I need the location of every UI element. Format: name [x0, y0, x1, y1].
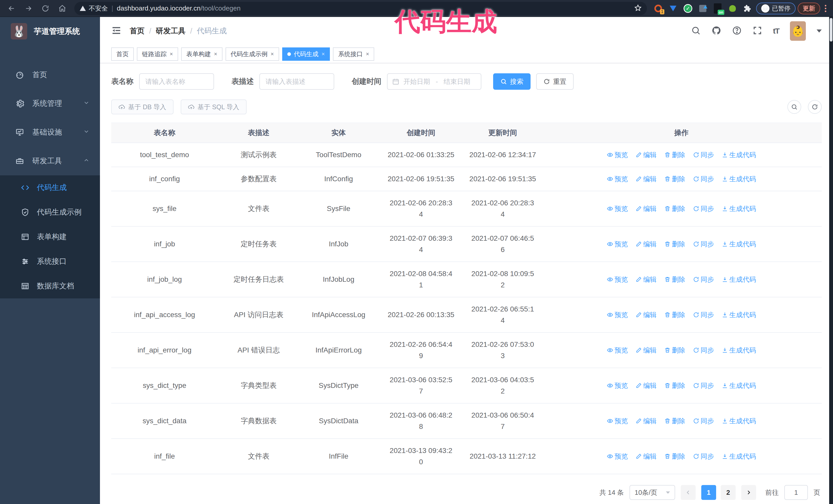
security-warning[interactable]: 不安全 [79, 4, 108, 13]
action-sync[interactable]: 同步 [693, 149, 714, 161]
action-download[interactable]: 生成代码 [722, 238, 756, 250]
breadcrumb-item[interactable]: 首页 [130, 26, 145, 36]
action-trash[interactable]: 删除 [664, 344, 685, 356]
action-download[interactable]: 生成代码 [722, 309, 756, 320]
action-edit[interactable]: 编辑 [636, 203, 657, 214]
action-trash[interactable]: 删除 [664, 380, 685, 391]
action-sync[interactable]: 同步 [693, 380, 714, 391]
action-edit[interactable]: 编辑 [636, 274, 657, 285]
action-download[interactable]: 生成代码 [722, 274, 756, 285]
page-button-2[interactable]: 2 [721, 485, 736, 500]
sidebar-item-system[interactable]: 系统管理 [0, 89, 100, 118]
action-sync[interactable]: 同步 [693, 203, 714, 214]
extension-puzzle-icon[interactable] [743, 4, 752, 13]
next-page-button[interactable] [741, 485, 756, 500]
tab-close-icon[interactable]: × [366, 51, 369, 57]
tab-5[interactable]: 系统接口× [333, 47, 374, 61]
reset-button[interactable]: 重置 [536, 73, 574, 90]
action-download[interactable]: 生成代码 [722, 149, 756, 161]
prev-page-button[interactable] [681, 485, 696, 500]
browser-menu-icon[interactable] [822, 5, 829, 12]
action-trash[interactable]: 删除 [664, 451, 685, 462]
import-sql-button[interactable]: 基于 SQL 导入 [181, 99, 246, 114]
toggle-search-button[interactable] [787, 100, 801, 114]
extension-key-icon[interactable] [728, 4, 737, 13]
app-logo-row[interactable]: 🐰 芋道管理系统 [0, 17, 100, 46]
action-eye[interactable]: 预览 [607, 309, 628, 320]
action-sync[interactable]: 同步 [693, 238, 714, 250]
action-download[interactable]: 生成代码 [722, 173, 756, 185]
action-edit[interactable]: 编辑 [636, 238, 657, 250]
action-trash[interactable]: 删除 [664, 238, 685, 250]
action-edit[interactable]: 编辑 [636, 173, 657, 185]
scrollbar-thumb[interactable] [830, 18, 832, 42]
action-eye[interactable]: 预览 [607, 173, 628, 185]
github-icon[interactable] [712, 26, 721, 37]
url-bar[interactable]: 不安全 | dashboard.yudao.iocoder.cn/tool/co… [74, 2, 647, 15]
font-size-icon[interactable]: tT [773, 27, 779, 35]
extension-orange-icon[interactable]: 1 [653, 4, 663, 13]
page-size-select[interactable]: 10条/页 [629, 485, 675, 500]
tab-4[interactable]: 代码生成× [282, 47, 330, 61]
tab-close-icon[interactable]: × [271, 51, 274, 57]
table-name-input[interactable]: 请输入表名称 [139, 73, 214, 90]
home-icon[interactable] [55, 2, 70, 15]
page-button-1[interactable]: 1 [701, 485, 716, 500]
extension-on-icon[interactable]: on [713, 4, 722, 13]
action-edit[interactable]: 编辑 [636, 344, 657, 356]
user-avatar[interactable]: 👶 [790, 21, 806, 41]
extension-check-icon[interactable]: ✓ [683, 4, 693, 13]
window-scrollbar[interactable] [829, 17, 833, 504]
avatar-caret-icon[interactable] [816, 29, 822, 32]
submenu-item-2[interactable]: 表单构建 [0, 224, 100, 249]
action-eye[interactable]: 预览 [607, 380, 628, 391]
tab-close-icon[interactable]: × [214, 51, 217, 57]
action-eye[interactable]: 预览 [607, 344, 628, 356]
action-trash[interactable]: 删除 [664, 309, 685, 320]
action-edit[interactable]: 编辑 [636, 451, 657, 462]
action-sync[interactable]: 同步 [693, 344, 714, 356]
action-eye[interactable]: 预览 [607, 203, 628, 214]
action-eye[interactable]: 预览 [607, 451, 628, 462]
action-trash[interactable]: 删除 [664, 415, 685, 427]
action-sync[interactable]: 同步 [693, 451, 714, 462]
submenu-item-3[interactable]: 系统接口 [0, 249, 100, 274]
sidebar-item-devtools[interactable]: 研发工具 [0, 147, 100, 175]
import-db-button[interactable]: 基于 DB 导入 [111, 99, 173, 114]
extension-gem-icon[interactable] [668, 4, 678, 13]
action-sync[interactable]: 同步 [693, 274, 714, 285]
bookmark-star-icon[interactable] [634, 4, 642, 13]
help-icon[interactable] [732, 26, 742, 37]
browser-update-button[interactable]: 更新 [798, 3, 820, 14]
action-eye[interactable]: 预览 [607, 274, 628, 285]
action-sync[interactable]: 同步 [693, 309, 714, 320]
action-download[interactable]: 生成代码 [722, 344, 756, 356]
tab-2[interactable]: 表单构建× [181, 47, 222, 61]
sidebar-item-home[interactable]: 首页 [0, 61, 100, 89]
tab-close-icon[interactable]: × [170, 51, 173, 57]
action-edit[interactable]: 编辑 [636, 309, 657, 320]
hamburger-icon[interactable] [111, 25, 121, 37]
goto-page-input[interactable]: 1 [784, 485, 808, 500]
forward-icon[interactable] [21, 2, 36, 15]
action-eye[interactable]: 预览 [607, 149, 628, 161]
action-edit[interactable]: 编辑 [636, 415, 657, 427]
date-range-picker[interactable]: 开始日期 - 结束日期 [387, 73, 481, 90]
tab-1[interactable]: 链路追踪× [137, 47, 178, 61]
reload-icon[interactable] [38, 2, 53, 15]
action-sync[interactable]: 同步 [693, 173, 714, 185]
action-trash[interactable]: 删除 [664, 274, 685, 285]
action-download[interactable]: 生成代码 [722, 203, 756, 214]
back-icon[interactable] [4, 2, 19, 15]
tab-3[interactable]: 代码生成示例× [225, 47, 279, 61]
fullscreen-icon[interactable] [753, 26, 762, 37]
action-edit[interactable]: 编辑 [636, 380, 657, 391]
search-button[interactable]: 搜索 [493, 73, 530, 90]
submenu-item-0[interactable]: 代码生成 [0, 175, 100, 200]
action-sync[interactable]: 同步 [693, 415, 714, 427]
header-search-icon[interactable] [691, 26, 701, 37]
action-download[interactable]: 生成代码 [722, 415, 756, 427]
action-trash[interactable]: 删除 [664, 203, 685, 214]
submenu-item-4[interactable]: 数据库文档 [0, 274, 100, 298]
tab-0[interactable]: 首页 [111, 47, 134, 61]
